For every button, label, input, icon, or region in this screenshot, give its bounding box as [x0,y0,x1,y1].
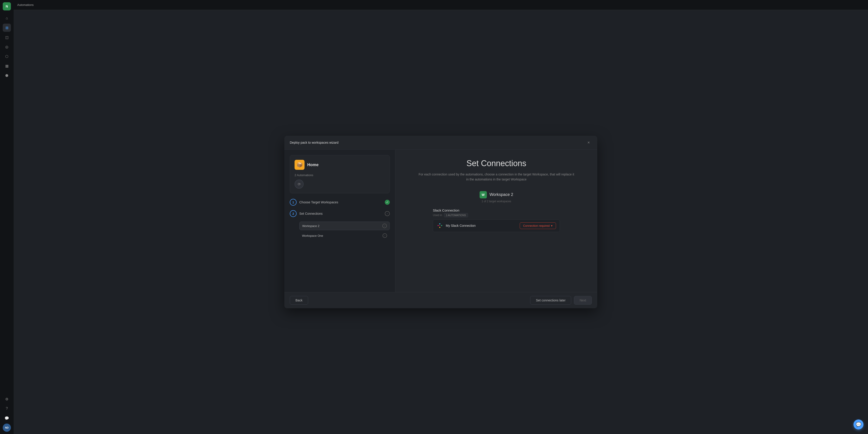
sidebar-icon-target[interactable]: ◎ [3,43,11,51]
slack-icon [437,223,443,229]
sidebar-icon-help[interactable]: ? [3,404,11,413]
pack-card: 📦 Home 2 Automations ⟳ [290,155,390,193]
sidebar-icon-plugin[interactable]: ⬢ [3,71,11,80]
sidebar: N ⌂ ⊞ ◫ ◎ ⬡ ▦ ⬢ ⚙ ? 💬 ND [0,0,13,434]
section-description: For each connection used by the automati… [405,172,588,182]
pack-name: Home [307,163,318,167]
step-1-check: ✓ [385,200,390,205]
left-panel: 📦 Home 2 Automations ⟳ 1 Ch [284,150,396,292]
deploy-wizard-dialog: Deploy pack to workspaces wizard × 📦 Hom… [284,136,597,308]
svg-rect-2 [441,225,442,226]
workspace-icon: W [479,191,487,198]
step-2-circle: 2 [290,210,297,217]
pack-card-header: 📦 Home [294,160,385,170]
sub-step-workspace2-label: Workspace 2 [302,224,380,228]
connection-group: Slack Connection Used in 1 AUTOMATIONS [433,208,560,232]
dialog-header: Deploy pack to workspaces wizard × [284,136,597,150]
step-1-label: Choose Target Workspaces [299,200,382,204]
sidebar-icon-home[interactable]: ⌂ [3,14,11,22]
workspace-subtitle: 1 of 2 target workspaces [405,200,588,203]
sub-steps: Workspace 2 ✓ Workspace One ✓ [290,222,390,240]
dialog-body: 📦 Home 2 Automations ⟳ 1 Ch [284,150,597,292]
connection-group-header: Slack Connection Used in 1 AUTOMATIONS [433,208,560,217]
dialog-backdrop: Deploy pack to workspaces wizard × 📦 Hom… [13,10,868,434]
next-button[interactable]: Next [574,296,592,305]
chevron-down-icon: ▾ [551,224,553,227]
section-title: Set Connections [405,159,588,168]
connection-row: My Slack Connection Connection required … [433,220,560,232]
sub-step-workspace2-check: ✓ [382,224,387,228]
connection-group-meta: Used in 1 AUTOMATIONS [433,213,560,217]
sidebar-icon-box[interactable]: ⬡ [3,52,11,60]
set-connections-later-button[interactable]: Set connections later [530,296,571,305]
sub-step-workspace-one-check: ✓ [382,233,387,238]
sidebar-icon-grid[interactable]: ⊞ [3,24,11,32]
sub-step-workspace2[interactable]: Workspace 2 ✓ [299,222,390,230]
topbar: Automations [13,0,868,10]
connection-group-title: Slack Connection [433,208,560,212]
svg-rect-3 [439,227,440,228]
used-in-label: Used in [433,213,442,217]
right-panel: Set Connections For each connection used… [396,150,597,292]
sidebar-icon-calendar[interactable]: ▦ [3,62,11,70]
steps-list: 1 Choose Target Workspaces ✓ 2 Set Conne… [290,198,390,240]
sidebar-icon-layers[interactable]: ◫ [3,33,11,41]
pack-automations-count: 2 Automations [294,173,385,177]
automation-icon: ⟳ [294,179,304,189]
footer-right: Set connections later Next [530,296,592,305]
step-2-check: ✓ [385,211,390,216]
workspace-section: W Workspace 2 1 of 2 target workspaces S… [405,191,588,232]
dialog-title: Deploy pack to workspaces wizard [290,141,339,144]
step-1-circle: 1 [290,199,297,206]
step-1: 1 Choose Target Workspaces ✓ [290,198,390,207]
logo-letter: N [6,4,8,8]
svg-rect-4 [439,225,440,226]
connection-name: My Slack Connection [446,224,517,227]
svg-rect-0 [438,225,439,226]
chat-bubble-button[interactable]: 💬 [854,419,864,430]
connection-required-button[interactable]: Connection required ▾ [520,223,556,229]
page-title: Automations [17,3,34,7]
automations-badge: 1 AUTOMATIONS [444,213,468,217]
sidebar-icon-chat[interactable]: 💬 [3,414,11,422]
sidebar-icon-settings[interactable]: ⚙ [3,395,11,403]
pack-icon: 📦 [294,160,305,170]
step-2-label: Set Connections [299,212,382,215]
main-content: Automations Deploy pack to workspaces wi… [13,0,868,434]
step-2: 2 Set Connections ✓ [290,209,390,218]
chat-icon: 💬 [856,422,861,427]
user-avatar[interactable]: ND [3,424,11,432]
workspace-name: Workspace 2 [490,192,514,197]
dialog-footer: Back Set connections later Next [284,292,597,308]
workspace-header: W Workspace 2 [405,191,588,198]
svg-rect-1 [439,223,440,225]
back-button[interactable]: Back [290,296,308,305]
sub-step-workspace-one-label: Workspace One [302,234,380,237]
app-logo[interactable]: N [3,2,11,10]
close-button[interactable]: × [586,139,592,146]
sidebar-bottom: ⚙ ? 💬 ND [3,395,11,432]
sub-step-workspace-one[interactable]: Workspace One ✓ [299,232,390,240]
